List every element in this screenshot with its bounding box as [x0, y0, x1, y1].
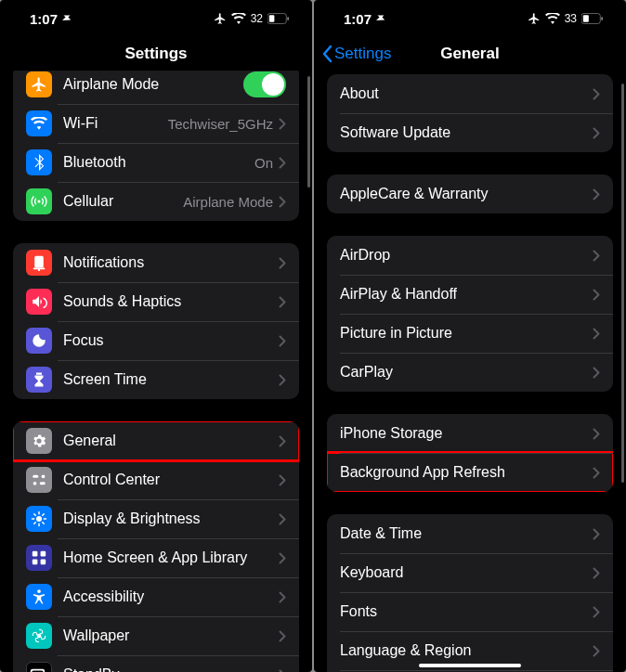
row-label: Bluetooth: [63, 154, 254, 171]
row-label: Accessibility: [63, 588, 279, 605]
row-label: Picture in Picture: [340, 325, 593, 342]
wallpaper-icon: [26, 623, 52, 649]
row-carplay[interactable]: CarPlay: [327, 353, 613, 392]
row-label: Control Center: [63, 472, 279, 488]
svg-point-17: [37, 634, 42, 639]
row-label: AirDrop: [340, 247, 593, 264]
row-date-time[interactable]: Date & Time: [327, 514, 613, 553]
general-group: Date & TimeKeyboardFontsLanguage & Regio…: [327, 514, 613, 672]
chevron-right-icon: [593, 188, 600, 200]
row-display-brightness[interactable]: Display & Brightness: [13, 499, 299, 538]
standby-icon: [26, 662, 52, 672]
row-wallpaper[interactable]: Wallpaper: [13, 616, 299, 655]
row-general[interactable]: General: [13, 421, 299, 460]
general-icon: [26, 428, 52, 454]
chevron-right-icon: [279, 257, 286, 269]
settings-group: Airplane ModeWi-FiTechwiser_5GHzBluetoot…: [13, 71, 299, 221]
chevron-right-icon: [279, 435, 286, 447]
svg-rect-24: [583, 15, 589, 21]
row-sounds-haptics[interactable]: Sounds & Haptics: [13, 282, 299, 321]
row-standby[interactable]: StandBy: [13, 655, 299, 672]
row-label: Date & Time: [340, 525, 593, 542]
chevron-right-icon: [593, 328, 600, 340]
row-fonts[interactable]: Fonts: [327, 592, 613, 631]
row-label: Wallpaper: [63, 627, 279, 644]
row-notifications[interactable]: Notifications: [13, 243, 299, 282]
settings-group: NotificationsSounds & HapticsFocusScreen…: [13, 243, 299, 399]
row-airplane-mode[interactable]: Airplane Mode: [13, 71, 299, 104]
row-bluetooth[interactable]: BluetoothOn: [13, 143, 299, 182]
row-iphone-storage[interactable]: iPhone Storage: [327, 414, 613, 453]
row-label: About: [340, 85, 593, 102]
chevron-right-icon: [593, 567, 600, 579]
general-screen-right: 1:07 33 Settings General AboutSoftware U…: [314, 0, 626, 672]
row-label: Notifications: [63, 254, 279, 271]
row-airdrop[interactable]: AirDrop: [327, 236, 613, 275]
scroll-indicator[interactable]: [307, 76, 310, 187]
chevron-right-icon: [593, 645, 600, 657]
chevron-right-icon: [279, 118, 286, 130]
display-icon: [26, 506, 52, 532]
wifi-icon: [545, 13, 560, 24]
row-picture-in-picture[interactable]: Picture in Picture: [327, 314, 613, 353]
general-group: AboutSoftware Update: [327, 74, 613, 152]
location-icon: [375, 13, 386, 24]
row-label: AppleCare & Warranty: [340, 186, 593, 202]
row-home-screen-app-library[interactable]: Home Screen & App Library: [13, 538, 299, 577]
row-background-app-refresh[interactable]: Background App Refresh: [327, 453, 613, 492]
general-list[interactable]: AboutSoftware UpdateAppleCare & Warranty…: [314, 74, 626, 672]
chevron-right-icon: [279, 669, 286, 673]
chevron-right-icon: [593, 127, 600, 139]
row-airplay-handoff[interactable]: AirPlay & Handoff: [327, 275, 613, 314]
svg-rect-13: [41, 551, 46, 557]
settings-list[interactable]: Airplane ModeWi-FiTechwiser_5GHzBluetoot…: [0, 71, 312, 672]
svg-point-10: [33, 482, 37, 485]
accessibility-icon: [26, 584, 52, 610]
svg-rect-2: [287, 17, 289, 20]
row-label: CarPlay: [340, 364, 593, 381]
row-about[interactable]: About: [327, 74, 613, 113]
home-indicator[interactable]: [419, 664, 521, 667]
row-control-center[interactable]: Control Center: [13, 460, 299, 499]
bluetooth-icon: [26, 149, 52, 175]
status-time: 1:07: [344, 11, 372, 27]
back-button[interactable]: Settings: [321, 45, 391, 63]
row-applecare-warranty[interactable]: AppleCare & Warranty: [327, 174, 613, 213]
row-detail: Airplane Mode: [183, 194, 273, 210]
row-label: General: [63, 433, 279, 449]
nav-header: Settings: [0, 37, 312, 71]
page-title: Settings: [124, 45, 187, 63]
row-screen-time[interactable]: Screen Time: [13, 360, 299, 399]
battery-icon: [581, 13, 604, 24]
row-accessibility[interactable]: Accessibility: [13, 577, 299, 616]
svg-rect-9: [40, 482, 46, 485]
row-focus[interactable]: Focus: [13, 321, 299, 360]
row-keyboard[interactable]: Keyboard: [327, 553, 613, 592]
toggle-airplane-mode[interactable]: [243, 71, 286, 97]
chevron-right-icon: [279, 335, 286, 347]
chevron-right-icon: [279, 296, 286, 308]
chevron-right-icon: [279, 196, 286, 208]
row-wi-fi[interactable]: Wi-FiTechwiser_5GHz: [13, 104, 299, 143]
status-bar: 1:07 32: [0, 0, 312, 37]
row-label: Wi-Fi: [63, 115, 168, 132]
svg-rect-25: [601, 17, 603, 20]
row-cellular[interactable]: CellularAirplane Mode: [13, 182, 299, 221]
scroll-indicator[interactable]: [621, 84, 624, 483]
airplane-mode-icon: [528, 12, 541, 25]
screentime-icon: [26, 367, 52, 393]
battery-percent: 32: [251, 12, 263, 25]
svg-point-8: [42, 474, 46, 478]
svg-rect-14: [33, 560, 38, 565]
svg-rect-4: [34, 256, 44, 268]
row-software-update[interactable]: Software Update: [327, 113, 613, 152]
page-title: General: [440, 45, 499, 63]
row-label: Background App Refresh: [340, 464, 593, 481]
location-icon: [61, 13, 72, 24]
row-label: Screen Time: [63, 371, 279, 388]
chevron-left-icon: [321, 45, 333, 63]
svg-point-3: [37, 200, 40, 202]
homescreen-icon: [26, 545, 52, 571]
battery-icon: [267, 13, 290, 24]
chevron-right-icon: [593, 88, 600, 100]
